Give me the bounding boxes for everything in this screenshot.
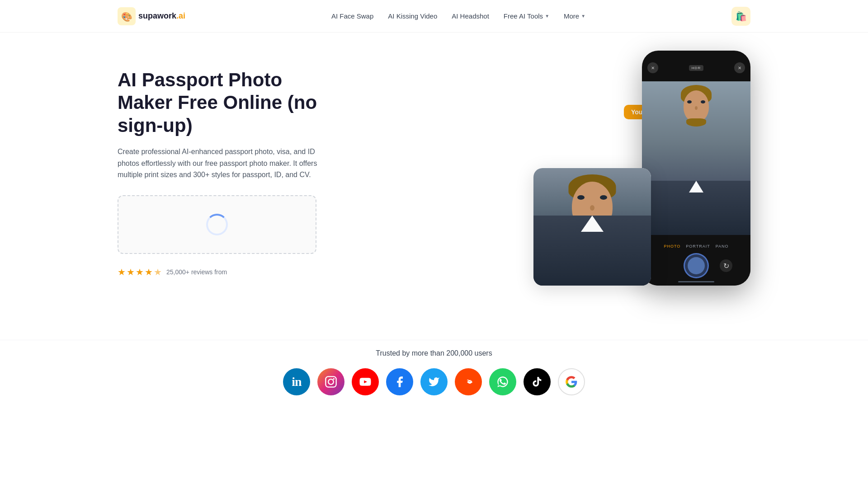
hdr-badge: HDR [689, 65, 703, 71]
phone-notch [678, 51, 714, 59]
rotate-camera-button[interactable]: ↻ [720, 259, 732, 272]
facebook-icon[interactable] [386, 368, 413, 395]
loading-spinner [206, 214, 228, 235]
hero-section: AI Passport Photo Maker Free Online (no … [0, 33, 868, 340]
hero-illustration: Your Image ✕ HDR ✕ [533, 51, 750, 304]
nav-more[interactable]: More ▼ [564, 12, 585, 20]
trust-text: Trusted by more than 200,000 users [0, 349, 868, 357]
phone-body: ✕ HDR ✕ [642, 51, 750, 286]
star-rating: ★ ★ ★ ★ ★ [118, 267, 162, 277]
svg-point-4 [328, 379, 334, 385]
output-photo-card [533, 168, 651, 286]
twitter-icon[interactable] [420, 368, 448, 395]
nav-actions: 🛍️ [731, 7, 750, 26]
svg-text:🎨: 🎨 [121, 11, 132, 22]
shutter-inner [688, 257, 705, 274]
star-1: ★ [118, 267, 126, 277]
star-2: ★ [127, 267, 135, 277]
trust-section: Trusted by more than 200,000 users in [0, 340, 868, 413]
cart-button[interactable]: 🛍️ [731, 7, 750, 26]
nav-ai-face-swap[interactable]: AI Face Swap [331, 12, 373, 20]
reddit-icon[interactable] [455, 368, 482, 395]
mode-tab-portrait[interactable]: PORTRAIT [686, 244, 710, 249]
logo[interactable]: 🎨 supawork.ai [118, 7, 185, 25]
chevron-down-icon: ▼ [545, 14, 549, 19]
linkedin-icon[interactable]: in [283, 368, 310, 395]
logo-icon: 🎨 [118, 7, 136, 25]
phone-controls: ✕ HDR ✕ [642, 62, 750, 73]
social-icons-row: in [0, 368, 868, 395]
svg-rect-3 [326, 376, 336, 387]
mode-tab-pano[interactable]: PANO [716, 244, 729, 249]
phone-close-btn[interactable]: ✕ [734, 62, 745, 73]
logo-text: supawork.ai [138, 11, 185, 21]
phone-portrait-area [642, 81, 750, 235]
nav-free-ai-tools[interactable]: Free AI Tools ▼ [504, 12, 549, 20]
phone-bottom-ui: PHOTO PORTRAIT PANO ↻ [642, 240, 750, 286]
google-icon[interactable] [558, 368, 585, 395]
instagram-icon[interactable] [317, 368, 344, 395]
phone-back-btn[interactable]: ✕ [647, 62, 658, 73]
chevron-down-icon: ▼ [581, 14, 585, 19]
hero-content-left: AI Passport Photo Maker Free Online (no … [118, 60, 335, 277]
hero-description: Create professional AI-enhanced passport… [118, 146, 335, 181]
phone-mockup: ✕ HDR ✕ [642, 51, 750, 286]
navbar: 🎨 supawork.ai AI Face Swap AI Kissing Vi… [0, 0, 868, 33]
nav-ai-kissing-video[interactable]: AI Kissing Video [388, 12, 437, 20]
page-title: AI Passport Photo Maker Free Online (no … [118, 69, 335, 137]
phone-zoom-slider[interactable] [678, 281, 714, 282]
youtube-icon[interactable] [352, 368, 379, 395]
tiktok-icon[interactable] [524, 368, 551, 395]
star-4: ★ [145, 267, 153, 277]
mode-tab-photo[interactable]: PHOTO [664, 244, 680, 249]
phone-shutter-row: ↻ [660, 253, 732, 278]
reviews-count: 25,000+ reviews from [166, 268, 227, 276]
whatsapp-icon[interactable] [489, 368, 516, 395]
nav-ai-headshot[interactable]: AI Headshot [452, 12, 489, 20]
star-half: ★ [154, 267, 162, 277]
phone-mode-tabs: PHOTO PORTRAIT PANO [664, 244, 728, 249]
upload-area[interactable] [118, 195, 316, 254]
star-3: ★ [136, 267, 144, 277]
reviews-section: ★ ★ ★ ★ ★ 25,000+ reviews from [118, 267, 335, 277]
shutter-button[interactable] [684, 253, 709, 278]
svg-point-5 [333, 378, 335, 380]
nav-links: AI Face Swap AI Kissing Video AI Headsho… [331, 12, 585, 20]
